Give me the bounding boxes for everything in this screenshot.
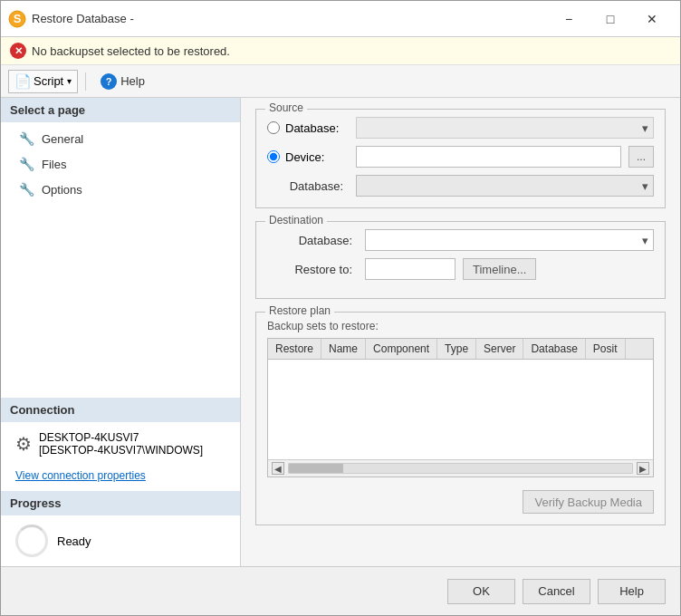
window-title: Restore Database - <box>32 12 548 25</box>
sidebar-items: 🔧 General 🔧 Files 🔧 Options <box>1 122 240 206</box>
toolbar-separator <box>85 72 86 91</box>
col-restore: Restore <box>268 339 321 359</box>
backup-sets-label: Backup sets to restore: <box>267 320 654 332</box>
table-body <box>268 360 653 459</box>
dest-database-select-wrapper <box>365 229 654 251</box>
database-sub-label: Database: <box>267 179 349 193</box>
svg-text:S: S <box>14 12 22 25</box>
restore-to-label: Restore to: <box>267 263 358 276</box>
sidebar: Select a page 🔧 General 🔧 Files 🔧 Option… <box>1 98 241 566</box>
sidebar-item-files[interactable]: 🔧 Files <box>1 151 240 177</box>
right-panel: Source Database: <box>241 98 680 566</box>
connection-user: [DESKTOP-4KUSVI7\WINDOWS] <box>39 444 203 457</box>
minimize-button[interactable]: − <box>548 5 590 33</box>
progress-header: Progress <box>1 491 240 515</box>
sidebar-item-options[interactable]: 🔧 Options <box>1 177 240 202</box>
restore-plan-group: Restore plan Backup sets to restore: Res… <box>255 312 666 525</box>
col-type: Type <box>437 339 476 359</box>
options-wrench-icon: 🔧 <box>19 182 34 197</box>
browse-button[interactable]: ... <box>628 146 654 168</box>
sidebar-spacer <box>1 206 240 398</box>
warning-text: No backupset selected to be restored. <box>32 44 230 58</box>
source-device-row: Device: ... <box>267 146 654 168</box>
table-scrollbar-wrapper: ◀ ▶ <box>268 459 653 476</box>
connection-info: ⚙ DESKTOP-4KUSVI7 [DESKTOP-4KUSVI7\WINDO… <box>1 422 240 466</box>
close-button[interactable]: ✕ <box>631 5 673 33</box>
wrench-icon: 🔧 <box>19 131 34 146</box>
server-icon: ⚙ <box>15 433 32 455</box>
help-dialog-button[interactable]: Help <box>598 579 666 604</box>
device-radio[interactable] <box>267 150 280 163</box>
bottom-bar: OK Cancel Help <box>1 566 680 615</box>
restore-to-row: Restore to: Timeline... <box>267 258 654 280</box>
database-radio-label[interactable]: Database: <box>267 121 349 135</box>
sidebar-item-general-label: General <box>42 132 83 146</box>
dest-database-row: Database: <box>267 229 654 251</box>
scroll-thumb <box>289 464 343 473</box>
sidebar-item-files-label: Files <box>42 158 66 171</box>
restore-to-input[interactable] <box>365 258 456 280</box>
source-db-sub-wrapper <box>356 175 654 197</box>
sidebar-item-general[interactable]: 🔧 General <box>1 126 240 151</box>
error-icon: ✕ <box>10 43 26 59</box>
connection-header: Connection <box>1 398 240 422</box>
source-database-select[interactable] <box>356 117 654 139</box>
device-radio-text: Device: <box>285 150 324 164</box>
cancel-button[interactable]: Cancel <box>523 579 590 604</box>
source-db-sub-row: Database: <box>267 175 654 197</box>
help-button[interactable]: ? Help <box>93 70 152 93</box>
file-wrench-icon: 🔧 <box>19 157 34 171</box>
chevron-down-icon: ▾ <box>67 76 72 86</box>
titlebar: S Restore Database - − □ ✕ <box>1 1 680 37</box>
progress-status: Ready <box>57 534 91 548</box>
help-icon: ? <box>101 73 117 90</box>
col-server: Server <box>476 339 523 359</box>
device-radio-label[interactable]: Device: <box>267 150 349 164</box>
app-icon: S <box>8 10 26 28</box>
verify-backup-button[interactable]: Verify Backup Media <box>523 490 654 514</box>
timeline-button[interactable]: Timeline... <box>463 258 536 280</box>
restore-plan-label: Restore plan <box>265 304 334 317</box>
toolbar: 📄 Script ▾ ? Help <box>1 65 680 98</box>
select-page-header: Select a page <box>1 98 240 122</box>
scroll-right-arrow[interactable]: ▶ <box>637 462 649 475</box>
ok-button[interactable]: OK <box>447 579 515 604</box>
dest-database-select[interactable] <box>365 229 654 251</box>
window: S Restore Database - − □ ✕ ✕ No backupse… <box>0 0 681 616</box>
database-radio[interactable] <box>267 121 280 134</box>
warning-bar: ✕ No backupset selected to be restored. <box>1 37 680 65</box>
table-header: Restore Name Component Type Server Datab… <box>268 339 653 360</box>
maximize-button[interactable]: □ <box>590 5 631 33</box>
connection-text: DESKTOP-4KUSVI7 [DESKTOP-4KUSVI7\WINDOWS… <box>39 431 203 457</box>
progress-spinner <box>15 525 48 557</box>
horizontal-scrollbar[interactable] <box>288 463 633 474</box>
source-database-row: Database: <box>267 117 654 139</box>
dest-database-label: Database: <box>267 234 358 247</box>
window-controls: − □ ✕ <box>548 5 673 33</box>
source-db-sub-select[interactable] <box>356 175 654 197</box>
col-posit: Posit <box>586 339 626 359</box>
script-label: Script <box>34 74 63 88</box>
source-database-select-wrapper <box>356 117 654 139</box>
destination-group: Destination Database: Restore to: Timeli… <box>255 221 666 299</box>
sidebar-item-options-label: Options <box>42 183 82 197</box>
main-content: Select a page 🔧 General 🔧 Files 🔧 Option… <box>1 98 680 566</box>
device-input[interactable] <box>356 146 621 168</box>
destination-group-label: Destination <box>265 214 327 226</box>
col-component: Component <box>366 339 437 359</box>
col-database: Database <box>523 339 585 359</box>
col-name: Name <box>321 339 366 359</box>
view-connection-link[interactable]: View connection properties <box>1 466 240 491</box>
source-group-label: Source <box>265 101 307 114</box>
source-group: Source Database: <box>255 109 666 208</box>
help-label: Help <box>120 74 145 88</box>
database-radio-text: Database: <box>285 121 339 135</box>
scroll-left-arrow[interactable]: ◀ <box>272 462 284 475</box>
progress-info: Ready <box>1 515 240 566</box>
backup-sets-table: Restore Name Component Type Server Datab… <box>267 338 654 477</box>
script-dropdown[interactable]: 📄 Script ▾ <box>8 70 78 93</box>
script-icon: 📄 <box>14 73 32 90</box>
connection-server: DESKTOP-4KUSVI7 <box>39 431 203 444</box>
